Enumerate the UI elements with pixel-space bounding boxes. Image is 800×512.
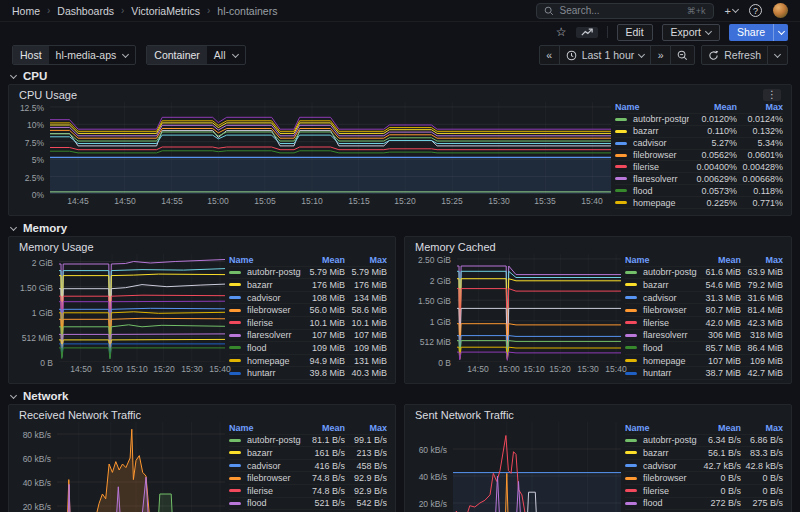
help-icon[interactable]: ? [749, 4, 762, 17]
legend-series[interactable]: flaresolverr [625, 330, 697, 343]
legend-header-mean[interactable]: Mean [301, 254, 345, 267]
zoom-out-button[interactable] [670, 45, 695, 65]
legend-mean: 6.34 B/s [697, 435, 741, 448]
legend-header-max[interactable]: Max [345, 254, 387, 267]
legend-max: 99.1 B/s [345, 435, 387, 448]
legend-series[interactable]: bazarr [625, 447, 697, 460]
legend-series[interactable]: filerise [229, 317, 301, 330]
series-color-chip [229, 502, 241, 505]
legend-series[interactable]: cadvisor [229, 460, 301, 473]
legend-header-mean[interactable]: Mean [689, 102, 737, 114]
legend-series[interactable]: bazarr [625, 279, 697, 292]
legend-series[interactable]: autobrr-postgres [615, 114, 689, 126]
plot-area[interactable] [50, 102, 611, 194]
legend-series[interactable]: cadvisor [229, 292, 301, 305]
search-input[interactable]: Search... ⌘+k [536, 3, 714, 19]
legend-series[interactable]: filerise [625, 317, 697, 330]
legend-series[interactable]: filebrowser [229, 304, 301, 317]
legend-series[interactable]: cadvisor [615, 138, 689, 150]
breadcrumb-home[interactable]: Home [12, 5, 40, 17]
time-range-picker[interactable]: Last 1 hour [559, 45, 652, 65]
legend-mean: 0.00400% [689, 161, 737, 173]
legend-series[interactable]: flood [625, 498, 697, 511]
series-color-chip [615, 165, 627, 168]
legend-header-name: Name [229, 254, 301, 267]
y-tick-label: 512 MiB [420, 337, 451, 347]
legend-series[interactable]: autobrr-postgres [229, 267, 301, 280]
series-color-chip [625, 296, 637, 299]
legend-header-mean[interactable]: Mean [301, 422, 345, 435]
legend-series[interactable]: filerise [625, 485, 697, 498]
controls-row: Host hl-media-aps Container All « Last 1… [0, 42, 800, 68]
panel-memory-usage: Memory Usage 2 GiB1.50 GiB1 GiB512 MiB0 … [8, 236, 396, 384]
legend-series[interactable]: autobrr-postgres [625, 267, 697, 280]
section-memory[interactable]: Memory [0, 220, 800, 236]
legend-series[interactable]: flaresolverr [229, 330, 301, 343]
legend-series[interactable]: autobrr-postgres [229, 435, 301, 448]
legend-series[interactable]: huntarr [625, 367, 697, 380]
legend-header-max[interactable]: Max [737, 102, 783, 114]
legend-series[interactable]: huntarr [229, 367, 301, 380]
legend-series[interactable]: flood [615, 185, 689, 197]
panel-title[interactable]: Received Network Traffic [19, 409, 141, 421]
legend-series[interactable]: bazarr [615, 126, 689, 138]
refresh-button[interactable]: Refresh [701, 45, 768, 65]
host-select[interactable]: hl-media-aps [49, 46, 136, 64]
legend-header-mean[interactable]: Mean [697, 422, 741, 435]
legend-series[interactable]: flood [229, 498, 301, 511]
legend-header-max[interactable]: Max [741, 422, 783, 435]
section-cpu[interactable]: CPU [0, 68, 800, 84]
legend-series[interactable]: filerise [615, 161, 689, 173]
legend-series[interactable]: flood [625, 342, 697, 355]
legend-series[interactable]: bazarr [229, 279, 301, 292]
share-button[interactable]: Share [729, 24, 788, 41]
legend-series[interactable]: flood [229, 342, 301, 355]
legend-header-mean[interactable]: Mean [697, 254, 741, 267]
legend-series[interactable]: filebrowser [615, 150, 689, 162]
new-button[interactable]: + [725, 5, 738, 17]
panel-title[interactable]: Sent Network Traffic [415, 409, 514, 421]
legend-series[interactable]: cadvisor [625, 292, 697, 305]
legend-header-max[interactable]: Max [345, 422, 387, 435]
legend-series[interactable]: flaresolverr [615, 173, 689, 185]
plot-area[interactable] [457, 254, 621, 362]
time-shift-back-button[interactable]: « [539, 45, 560, 65]
series-color-chip [229, 372, 241, 375]
host-variable: Host hl-media-aps [12, 45, 136, 65]
panel-title[interactable]: CPU Usage [19, 89, 77, 101]
shared-dashboard-icon[interactable] [576, 27, 598, 38]
legend-series[interactable]: homepage [229, 355, 301, 368]
legend-series[interactable]: filebrowser [625, 472, 697, 485]
star-icon[interactable]: ☆ [556, 26, 567, 38]
panel-menu-icon[interactable]: ⋮ [763, 89, 781, 101]
sent-network-chart: 60 kB/s40 kB/s20 kB/s0 B/s 14:5015:0015:… [413, 422, 621, 512]
breadcrumb-dashboards[interactable]: Dashboards [57, 5, 114, 17]
time-shift-forward-button[interactable]: » [650, 45, 671, 65]
legend-mean: 0.0573% [689, 185, 737, 197]
legend-header-max[interactable]: Max [741, 254, 783, 267]
plot-area[interactable] [453, 422, 621, 512]
legend-max: 109 MiB [741, 355, 783, 368]
legend-series[interactable]: filebrowser [229, 472, 301, 485]
panel-title[interactable]: Memory Cached [415, 241, 496, 253]
plot-area[interactable] [59, 254, 225, 362]
legend-series[interactable]: autobrr-postgres [625, 435, 697, 448]
avatar[interactable] [773, 3, 788, 18]
share-dropdown-caret[interactable] [773, 24, 788, 41]
legend-series[interactable]: filerise [229, 485, 301, 498]
container-select[interactable]: All [207, 46, 245, 64]
refresh-interval-caret[interactable] [767, 45, 788, 65]
export-button[interactable]: Export [662, 24, 720, 41]
edit-button[interactable]: Edit [617, 24, 653, 41]
legend-max: 542 B/s [345, 498, 387, 511]
plot-area[interactable] [57, 422, 225, 512]
section-network[interactable]: Network [0, 388, 800, 404]
legend-series[interactable]: homepage [615, 197, 689, 209]
memory-usage-chart: 2 GiB1.50 GiB1 GiB512 MiB0 B 14:5015:001… [17, 254, 225, 374]
legend-series[interactable]: filebrowser [625, 304, 697, 317]
legend-series[interactable]: bazarr [229, 447, 301, 460]
panel-title[interactable]: Memory Usage [19, 241, 94, 253]
legend-series[interactable]: cadvisor [625, 460, 697, 473]
legend-series[interactable]: homepage [625, 355, 697, 368]
breadcrumb-victoriametrics[interactable]: VictoriaMetrics [131, 5, 200, 17]
